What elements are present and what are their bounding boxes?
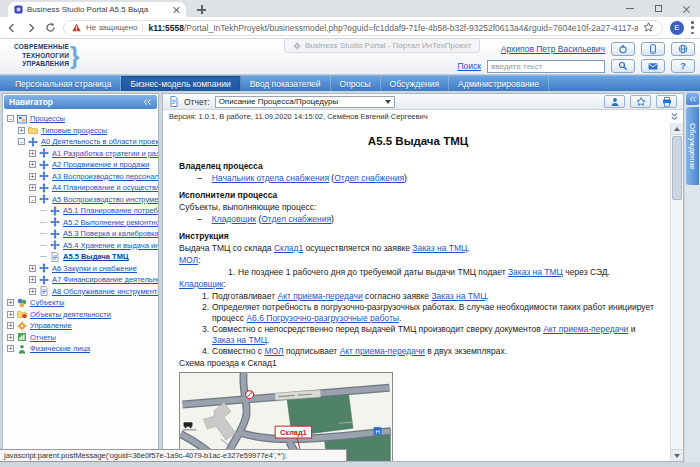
doc-link[interactable]: Кладовщик: [212, 214, 256, 224]
discussion-tab[interactable]: Обсуждение: [686, 107, 699, 185]
collapse-toggle-icon[interactable]: -: [29, 196, 36, 203]
report-select[interactable]: Описание Процесса/Процедуры: [215, 96, 395, 108]
doc-link[interactable]: Отдел снабжения: [334, 173, 404, 183]
search-input[interactable]: [487, 60, 605, 73]
tree-item-label[interactable]: А5.5 Выдача ТМЦ: [63, 252, 128, 261]
user-profile-link[interactable]: Архипов Петр Васильевич: [501, 44, 605, 54]
doc-link[interactable]: Кладовщик: [179, 279, 223, 289]
print-button[interactable]: [656, 95, 677, 108]
collapse-panel-icon[interactable]: [143, 98, 152, 106]
nav-tab-5[interactable]: Администрирование: [449, 76, 549, 91]
tree-item-label[interactable]: Типовые процессы: [41, 126, 107, 135]
nav-tab-4[interactable]: Обсуждения: [381, 76, 449, 91]
expand-toggle-icon[interactable]: +: [29, 184, 36, 191]
browser-tab[interactable]: Business Studio Portal A5.5 Выда: [8, 2, 186, 17]
tree-item: +А6 Закупки и снабжение: [5, 263, 158, 275]
doc-link[interactable]: Заказ на ТМЦ: [508, 267, 563, 277]
doc-link[interactable]: Начальник отдела снабжения: [212, 173, 329, 183]
side-collapse-button[interactable]: [686, 93, 699, 105]
tree-item-label[interactable]: А5.3 Поверка и калибровка инструмента: [63, 229, 158, 238]
bookmark-star-icon[interactable]: [643, 22, 654, 33]
tree-item-label[interactable]: Субъекты: [30, 298, 64, 307]
scrollbar-up-button[interactable]: [671, 123, 683, 135]
numbered-list-item: 2.Определяет потребность в погрузочно-ра…: [179, 302, 657, 323]
tree-item-label[interactable]: А5 Воспроизводство инструмента: [52, 195, 158, 204]
url-input[interactable]: Не защищено k11:5558/Portal_InTekhProyek…: [63, 20, 663, 36]
expand-toggle-icon[interactable]: +: [29, 173, 36, 180]
tree-item-label[interactable]: Объекты деятельности: [30, 310, 111, 319]
doc-link[interactable]: Акт приема-передачи: [543, 324, 628, 334]
nav-tab-3[interactable]: Опросы: [331, 76, 381, 91]
company-logo: СОВРЕМЕННЫЕ ТЕХНОЛОГИИ УПРАВЛЕНИЯ }: [14, 43, 79, 69]
language-button[interactable]: [671, 42, 695, 56]
nav-tab-2[interactable]: Ввод показателей: [241, 76, 331, 91]
doc-link[interactable]: Заказ на ТМЦ: [212, 335, 267, 345]
browser-avatar[interactable]: E: [670, 21, 684, 35]
scroll-to-bottom-icon[interactable]: [670, 112, 679, 122]
tree-item-label[interactable]: Физические лица: [30, 344, 90, 353]
tree-item-label[interactable]: Управление: [30, 321, 72, 330]
expand-toggle-icon[interactable]: +: [29, 161, 36, 168]
doc-link[interactable]: Акт приема-передачи: [340, 346, 425, 356]
process-icon: [39, 194, 49, 204]
doc-link[interactable]: Склад1: [274, 243, 303, 253]
expand-toggle-icon[interactable]: +: [29, 276, 36, 283]
favorite-button[interactable]: [630, 95, 651, 108]
mail-button[interactable]: [641, 59, 665, 73]
doc-link[interactable]: А6.6 Погрузочно-разгрузочные работы: [246, 313, 398, 323]
scrollbar-thumb[interactable]: [672, 136, 682, 200]
tree-item-label[interactable]: А5.4 Хранение и выдача инструмента: [63, 241, 158, 250]
expand-toggle-icon[interactable]: +: [7, 334, 14, 341]
back-button[interactable]: [6, 22, 18, 34]
search-link[interactable]: Поиск: [457, 61, 481, 71]
help-button[interactable]: ?: [671, 59, 695, 73]
expand-toggle-icon[interactable]: +: [29, 150, 36, 157]
nav-tab-0[interactable]: Персональная страница: [6, 76, 121, 91]
tree-item-label[interactable]: А8 Обслуживание инструмента: [52, 287, 158, 296]
new-tab-button[interactable]: [196, 4, 207, 15]
forward-button[interactable]: [25, 22, 37, 34]
tree-item-label[interactable]: Отчеты: [30, 333, 56, 342]
search-button[interactable]: [611, 59, 635, 73]
collapse-toggle-icon[interactable]: -: [18, 138, 25, 145]
minimize-button[interactable]: [616, 0, 644, 17]
mobile-version-button[interactable]: [641, 42, 665, 56]
tree-item-label[interactable]: Процессы: [30, 114, 65, 123]
expand-toggle-icon[interactable]: +: [7, 345, 14, 352]
tree-item-label[interactable]: А4 Планирование и осуществление проектны…: [52, 183, 158, 192]
doc-link[interactable]: Заказ на ТМЦ: [431, 291, 486, 301]
tree-item-label[interactable]: А3 Воспроизводство персонала: [52, 172, 158, 181]
tree-item-label[interactable]: А5.2 Выполнение ремонтно-восстановительн: [63, 218, 158, 227]
expand-toggle-icon[interactable]: +: [18, 127, 25, 134]
tree-item-label[interactable]: А1 Разработка стратегии и развитие бизне…: [52, 149, 158, 158]
paragraph: Схема проезда к Склад1: [179, 358, 657, 369]
tree-item-label[interactable]: А5.1 Планирование потребности в покупке …: [63, 206, 158, 215]
tree-item-label[interactable]: А0 Деятельность в области проектирования…: [41, 137, 158, 146]
tab-close-icon[interactable]: [172, 6, 180, 14]
tree-item-label[interactable]: А2 Продвижение и продажи: [52, 160, 149, 169]
close-button[interactable]: [672, 0, 700, 17]
expand-toggle-icon[interactable]: +: [7, 322, 14, 329]
doc-link[interactable]: Заказ на ТМЦ: [412, 243, 467, 253]
collapse-toggle-icon[interactable]: -: [7, 115, 14, 122]
expand-toggle-icon[interactable]: +: [7, 311, 14, 318]
tree-item-label[interactable]: А6 Закупки и снабжение: [52, 264, 137, 273]
doc-link[interactable]: Отдел снабжения: [261, 214, 331, 224]
expand-toggle-icon[interactable]: +: [29, 288, 36, 295]
doc-link[interactable]: Акт приема-передачи: [277, 291, 362, 301]
browser-menu-button[interactable]: [691, 21, 694, 34]
expand-toggle-icon[interactable]: +: [29, 265, 36, 272]
logout-button[interactable]: [611, 42, 635, 56]
nav-tab-1[interactable]: Бизнес-модель компании: [121, 76, 240, 91]
doc-link[interactable]: МОЛ: [264, 346, 283, 356]
content-scrollbar[interactable]: [670, 123, 683, 461]
doc-link[interactable]: МОЛ: [179, 255, 198, 265]
globe-icon: [678, 44, 688, 54]
scrollbar-down-button[interactable]: [671, 449, 683, 461]
tree-item-label[interactable]: А7 Финансирование деятельности и расчеты: [52, 275, 158, 284]
responsible-button[interactable]: [604, 95, 625, 108]
process-icon: [50, 240, 60, 250]
refresh-button[interactable]: [44, 22, 56, 34]
expand-toggle-icon[interactable]: +: [7, 299, 14, 306]
maximize-button[interactable]: [644, 0, 672, 17]
